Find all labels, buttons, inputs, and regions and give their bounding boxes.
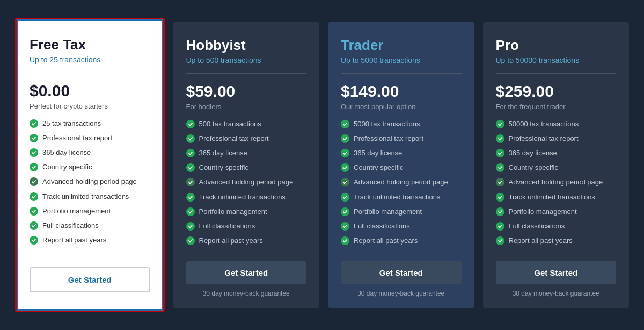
plan-divider (341, 73, 462, 74)
feature-item: Country specific (496, 163, 617, 173)
feature-text: Track unlimited transactions (509, 192, 595, 202)
check-icon (496, 222, 504, 231)
feature-text: Full classifications (199, 221, 255, 231)
check-icon (186, 134, 195, 143)
check-icon (30, 221, 38, 230)
feature-item: Advanced holding period page (30, 177, 150, 186)
feature-text: Advanced holding period page (42, 177, 137, 186)
check-icon (30, 163, 38, 171)
check-icon (341, 236, 349, 245)
plan-description: For the frequent trader (496, 103, 617, 111)
plan-card-trader: Trader Up to 5000 transactions $149.00 O… (328, 22, 474, 309)
plan-name: Hobbyist (186, 37, 307, 54)
check-icon (30, 119, 38, 128)
feature-text: 500 tax transactions (199, 119, 261, 129)
check-icon (341, 163, 349, 172)
check-icon (30, 207, 38, 216)
feature-text: Country specific (509, 163, 558, 173)
plan-transactions: Up to 25 transactions (30, 55, 150, 64)
features-list: 50000 tax transactions Professional tax … (496, 119, 617, 251)
check-icon (186, 236, 195, 245)
check-icon (341, 222, 349, 231)
feature-item: Track unlimited transactions (186, 192, 307, 202)
check-icon (341, 178, 349, 186)
plan-price: $259.00 (496, 82, 617, 101)
plan-description: Our most popular option (341, 103, 462, 111)
get-started-button[interactable]: Get Started (30, 267, 150, 292)
check-icon (496, 120, 504, 128)
plan-name: Pro (496, 37, 617, 54)
feature-item: Professional tax report (186, 134, 307, 144)
check-icon (186, 163, 195, 172)
feature-item: Portfolio management (496, 207, 617, 217)
feature-text: Track unlimited transactions (199, 192, 286, 202)
features-list: 500 tax transactions Professional tax re… (186, 119, 307, 251)
check-icon (496, 236, 504, 245)
feature-text: 365 day license (199, 148, 247, 158)
feature-item: 25 tax transactions (30, 119, 150, 128)
get-started-button[interactable]: Get Started (186, 261, 307, 284)
plan-price: $149.00 (341, 82, 462, 101)
feature-item: Track unlimited transactions (30, 192, 150, 202)
feature-text: Full classifications (42, 221, 99, 231)
plan-card-free-tax: Free Tax Up to 25 transactions $0.00 Per… (15, 18, 165, 313)
feature-item: Portfolio management (186, 207, 307, 217)
feature-text: Advanced holding period page (354, 177, 448, 187)
feature-text: Professional tax report (354, 134, 423, 144)
feature-item: 365 day license (186, 148, 307, 158)
feature-item: Professional tax report (496, 134, 617, 144)
feature-item: 50000 tax transactions (496, 119, 617, 129)
feature-item: Advanced holding period page (186, 177, 307, 187)
feature-item: Portfolio management (30, 206, 150, 216)
feature-text: Full classifications (354, 221, 410, 231)
get-started-button[interactable]: Get Started (341, 261, 462, 284)
plan-name: Trader (341, 37, 462, 54)
check-icon (186, 207, 195, 216)
check-icon (341, 193, 349, 202)
money-back-text: 30 day money-back guarantee (341, 290, 462, 297)
plan-divider (186, 73, 307, 74)
feature-text: Track unlimited transactions (42, 192, 129, 202)
feature-text: Professional tax report (42, 133, 112, 143)
features-list: 5000 tax transactions Professional tax r… (341, 119, 462, 251)
check-icon (186, 149, 195, 157)
feature-text: Country specific (199, 163, 248, 173)
plan-divider (496, 73, 617, 74)
feature-item: Portfolio management (341, 207, 462, 217)
feature-text: Advanced holding period page (199, 177, 294, 187)
plan-transactions: Up to 5000 transactions (341, 56, 462, 64)
check-icon (30, 177, 38, 186)
check-icon (496, 193, 504, 202)
plan-divider (30, 73, 150, 73)
money-back-text: 30 day money-back guarantee (186, 290, 307, 297)
feature-text: Report all past years (199, 236, 263, 246)
feature-item: 5000 tax transactions (341, 119, 462, 129)
check-icon (496, 149, 504, 157)
money-back-text: 30 day money-back guarantee (496, 290, 617, 297)
feature-item: Report all past years (186, 236, 307, 246)
plan-transactions: Up to 50000 transactions (496, 56, 617, 64)
feature-text: Portfolio management (199, 207, 267, 217)
feature-item: 365 day license (30, 148, 150, 157)
feature-item: Report all past years (30, 235, 150, 245)
feature-text: Country specific (354, 163, 403, 173)
plan-price: $59.00 (186, 82, 307, 101)
feature-item: Professional tax report (30, 133, 150, 143)
feature-item: Full classifications (341, 221, 462, 231)
feature-text: Professional tax report (509, 134, 579, 144)
feature-text: 25 tax transactions (42, 119, 101, 128)
feature-text: 5000 tax transactions (354, 119, 420, 129)
plan-description: For hodlers (186, 103, 307, 111)
get-started-button[interactable]: Get Started (496, 261, 617, 284)
feature-item: Track unlimited transactions (496, 192, 617, 202)
feature-item: Advanced holding period page (496, 177, 617, 187)
check-icon (186, 120, 195, 128)
feature-item: Professional tax report (341, 134, 462, 144)
feature-text: Portfolio management (42, 206, 111, 216)
feature-item: Full classifications (30, 221, 150, 231)
check-icon (30, 192, 38, 201)
check-icon (30, 148, 38, 157)
feature-item: 500 tax transactions (186, 119, 307, 129)
feature-item: 365 day license (496, 148, 617, 158)
feature-item: Country specific (341, 163, 462, 173)
